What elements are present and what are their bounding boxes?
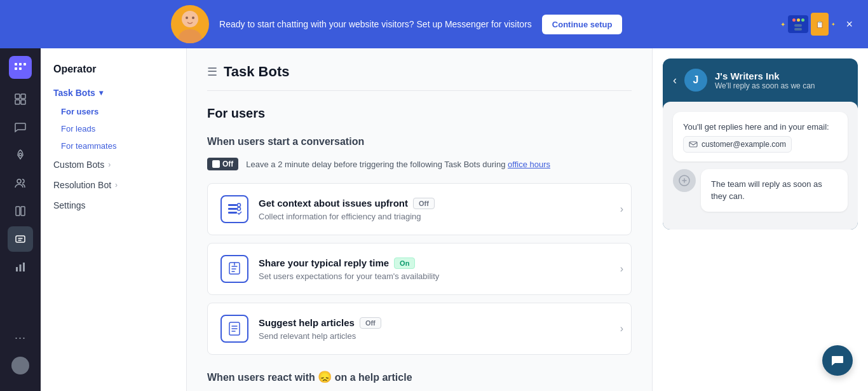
banner-center: Ready to start chatting with your websit… — [13, 5, 780, 43]
sidebar-item-resolution-bot[interactable]: Resolution Bot › — [41, 175, 186, 195]
sidebar-sub-for-leads[interactable]: For leads — [41, 120, 186, 137]
preview-company-info: J's Writers Ink We'll reply as soon as w… — [715, 71, 848, 90]
get-context-bot-info: Get context about issues upfront Off Col… — [259, 198, 600, 221]
sidebar-title: Operator — [41, 58, 186, 83]
bot-card-get-context[interactable]: Get context about issues upfront Off Col… — [207, 183, 632, 235]
conversation-heading: When users start a conversation — [207, 136, 632, 147]
svg-rect-20 — [23, 263, 25, 271]
svg-point-0 — [182, 11, 198, 27]
robot-box — [788, 15, 808, 33]
svg-rect-16 — [21, 207, 25, 216]
resolution-bot-label: Resolution Bot — [53, 180, 111, 190]
banner-avatar — [171, 5, 209, 43]
custom-bots-chevron-icon: › — [108, 160, 111, 169]
icon-sidebar-bottom: ··· — [8, 325, 33, 383]
app-logo — [9, 56, 32, 79]
toggle-description: Leave a 2 minute delay before triggering… — [246, 160, 550, 169]
svg-rect-15 — [16, 207, 20, 216]
main-content: ☰ Task Bots For users When users start a… — [187, 48, 652, 391]
svg-point-1 — [179, 29, 201, 43]
preview-bot-avatar — [673, 169, 696, 192]
preview-company-avatar: J — [684, 69, 707, 92]
svg-point-14 — [17, 179, 21, 183]
svg-rect-11 — [15, 100, 20, 104]
suggest-articles-bot-icon — [220, 315, 248, 343]
bot-card-reply-time[interactable]: Share your typical reply time On Set use… — [207, 243, 632, 295]
svg-point-3 — [192, 17, 194, 19]
inbox-icon[interactable] — [8, 86, 33, 112]
preview-email: customer@example.com — [702, 139, 786, 150]
toggle-dot — [212, 160, 220, 168]
toggle-switch[interactable]: Off — [207, 158, 238, 170]
svg-point-2 — [186, 17, 188, 19]
reply-time-chevron-icon: › — [613, 263, 631, 275]
svg-rect-21 — [228, 204, 237, 206]
reply-time-bot-desc: Set users expectations for your team's a… — [259, 271, 600, 281]
page-header: ☰ Task Bots — [207, 64, 632, 91]
preview-back-button[interactable]: ‹ — [673, 74, 677, 87]
svg-point-22 — [238, 203, 241, 207]
svg-rect-12 — [21, 100, 25, 104]
toggle-label: Off — [222, 160, 233, 168]
books-icon[interactable] — [8, 198, 33, 224]
preview-header: ‹ J J's Writers Ink We'll reply as soon … — [663, 58, 858, 102]
user-avatar-icon[interactable] — [8, 353, 33, 378]
svg-rect-5 — [19, 63, 22, 65]
more-icon[interactable]: ··· — [8, 325, 33, 350]
banner-text: Ready to start chatting with your websit… — [219, 19, 532, 29]
resolution-bot-chevron-icon: › — [115, 181, 118, 189]
svg-point-24 — [238, 207, 241, 210]
continue-setup-button[interactable]: Continue setup — [542, 15, 623, 34]
preview-company-sub: We'll reply as soon as we can — [715, 81, 848, 90]
office-hours-link[interactable]: office hours — [508, 160, 550, 169]
svg-rect-25 — [228, 212, 237, 214]
left-sidebar: Operator Task Bots ▾ For users For leads… — [41, 48, 187, 391]
svg-rect-10 — [21, 94, 25, 99]
svg-rect-19 — [20, 264, 22, 271]
sidebar-item-custom-bots[interactable]: Custom Bots › — [41, 154, 186, 175]
messages-icon[interactable] — [8, 114, 33, 140]
chevron-down-icon: ▾ — [99, 88, 103, 97]
sidebar-sub-for-teammates[interactable]: For teammates — [41, 137, 186, 154]
contacts-icon[interactable] — [8, 170, 33, 196]
preview-email-chip: customer@example.com — [683, 136, 792, 153]
suggest-articles-bot-desc: Send relevant help articles — [259, 331, 600, 341]
suggest-articles-status-badge: Off — [360, 317, 381, 329]
get-context-chevron-icon: › — [613, 203, 631, 215]
svg-rect-18 — [16, 267, 18, 271]
get-context-status-badge: Off — [413, 198, 435, 209]
reply-time-status-badge: On — [394, 257, 415, 269]
get-context-bot-name: Get context about issues upfront — [259, 198, 408, 209]
task-bots-label: Task Bots — [53, 88, 95, 98]
preview-message-2: The team will reply as soon as they can. — [701, 169, 848, 212]
settings-label: Settings — [53, 200, 86, 210]
operator-icon[interactable] — [8, 226, 33, 252]
svg-rect-23 — [228, 208, 237, 210]
banner-illustration: ✦ 📋 ✦ — [780, 13, 836, 36]
rocket-icon[interactable] — [8, 142, 33, 168]
reaction-heading: When users react with 😞 on a help articl… — [207, 370, 632, 384]
svg-point-13 — [19, 153, 22, 156]
svg-rect-28 — [689, 142, 697, 147]
preview-body: You'll get replies here and in your emai… — [663, 102, 858, 230]
reports-icon[interactable] — [8, 254, 33, 280]
banner-close-button[interactable]: × — [843, 15, 855, 34]
sidebar-sub-for-users[interactable]: For users — [41, 103, 186, 120]
toggle-row: Off Leave a 2 minute delay before trigge… — [207, 158, 632, 170]
banner-right: ✦ 📋 ✦ × — [780, 13, 855, 36]
chat-bubble-button[interactable] — [822, 345, 853, 376]
preview-company-name: J's Writers Ink — [715, 71, 848, 81]
right-panel: ‹ J J's Writers Ink We'll reply as soon … — [652, 48, 868, 391]
sidebar-item-settings[interactable]: Settings — [41, 195, 186, 216]
icon-sidebar: ··· — [0, 48, 41, 391]
main-layout: ··· Operator Task Bots ▾ For users For l… — [0, 48, 868, 391]
preview-message-1: You'll get replies here and in your emai… — [673, 112, 848, 161]
reply-time-bot-name: Share your typical reply time — [259, 257, 389, 268]
suggest-articles-chevron-icon: › — [613, 323, 631, 334]
bot-card-suggest-articles[interactable]: Suggest help articles Off Send relevant … — [207, 303, 632, 355]
task-bots-header-icon: ☰ — [207, 65, 217, 79]
suggest-articles-bot-name: Suggest help articles — [259, 317, 355, 328]
sidebar-item-task-bots[interactable]: Task Bots ▾ — [41, 83, 186, 103]
custom-bots-label: Custom Bots — [53, 160, 104, 170]
reaction-section: When users react with 😞 on a help articl… — [207, 370, 632, 384]
